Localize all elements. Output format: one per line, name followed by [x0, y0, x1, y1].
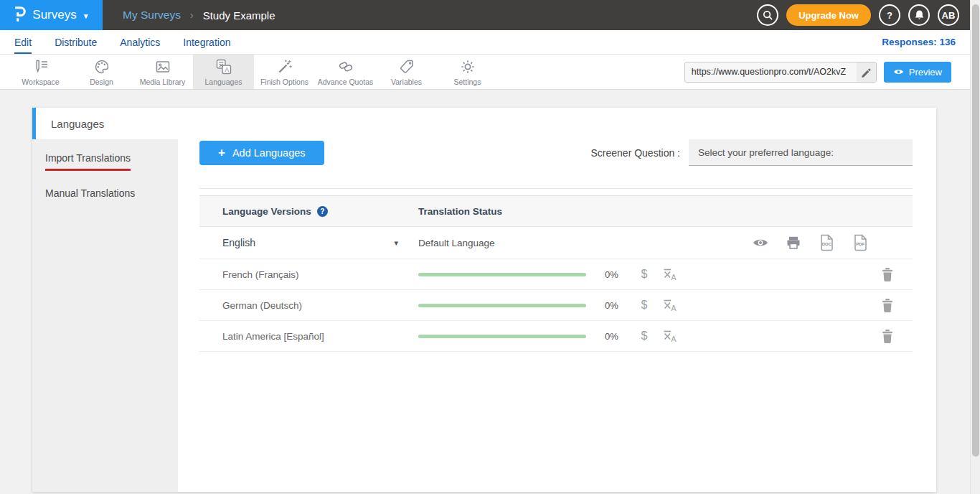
translate-icon: A — [662, 267, 678, 281]
toolbar-item-advance-quotas[interactable]: Advance Quotas — [315, 55, 376, 89]
toolbar-item-workspace[interactable]: Workspace — [10, 55, 71, 89]
product-switcher[interactable]: Surveys ▼ — [0, 0, 103, 30]
variables-icon — [398, 58, 415, 75]
languages-icon: A — [215, 58, 232, 75]
toolbar-item-design[interactable]: Design — [71, 55, 132, 89]
survey-url-box — [684, 62, 877, 83]
preview-button[interactable]: Preview — [884, 62, 951, 83]
toolbar-item-settings[interactable]: Settings — [437, 55, 498, 89]
tab-analytics[interactable]: Analytics — [120, 30, 160, 54]
eye-icon — [893, 68, 904, 75]
sidebar-title: Languages — [32, 108, 178, 139]
trash-icon — [882, 268, 893, 281]
scrollbar-thumb[interactable] — [972, 4, 979, 457]
breadcrumb-my-surveys[interactable]: My Surveys — [123, 9, 181, 22]
help-circle-icon[interactable]: ? — [317, 206, 328, 217]
tab-distribute[interactable]: Distribute — [55, 30, 97, 54]
translation-progress-bar — [418, 335, 586, 338]
toolbar-item-media-library[interactable]: Media Library — [132, 55, 193, 89]
notifications-button[interactable] — [908, 4, 930, 26]
print-button[interactable] — [786, 236, 801, 249]
column-translation-status: Translation Status — [418, 206, 502, 217]
translation-percent: 0% — [605, 300, 626, 311]
trash-icon — [882, 299, 893, 312]
svg-text:A: A — [672, 273, 677, 281]
export-pdf-button[interactable]: PDF — [852, 234, 868, 251]
bell-icon — [914, 9, 925, 21]
eye-icon — [753, 238, 768, 248]
delete-language-button[interactable] — [882, 330, 893, 343]
tab-integration[interactable]: Integration — [183, 30, 230, 54]
preview-eye-button[interactable] — [753, 238, 768, 248]
table-header-row: Language Versions ? Translation Status — [199, 195, 913, 227]
topbar-actions: Upgrade Now ? AB — [757, 4, 970, 26]
search-button[interactable] — [757, 4, 778, 26]
page-scrollbar[interactable] — [970, 0, 980, 494]
screener-question-label: Screener Question : — [590, 147, 680, 159]
translation-progress-bar — [418, 304, 586, 307]
export-doc-button[interactable]: DOC — [819, 234, 834, 251]
toolbar-item-languages[interactable]: A Languages — [193, 55, 254, 89]
language-name: Latin America [Español] — [222, 331, 324, 342]
paid-translation-button[interactable]: $ — [636, 299, 652, 312]
product-name: Surveys — [32, 8, 76, 22]
screen: Surveys ▼ My Surveys › Study Example Upg… — [0, 0, 980, 494]
search-icon — [763, 10, 773, 21]
svg-text:PDF: PDF — [856, 242, 864, 246]
controls-row: + Add Languages Screener Question : Sele… — [199, 139, 913, 166]
doc-file-icon: DOC — [819, 234, 834, 251]
add-languages-button[interactable]: + Add Languages — [199, 141, 324, 165]
printer-icon — [786, 236, 801, 249]
delete-language-button[interactable] — [882, 299, 893, 312]
svg-text:A: A — [225, 66, 229, 73]
tab-edit[interactable]: Edit — [14, 30, 32, 54]
svg-text:DOC: DOC — [822, 242, 832, 246]
edit-url-button[interactable] — [857, 62, 876, 83]
edit-toolbar: Workspace Design Media Library — [0, 55, 970, 90]
default-row-actions: DOC PDF — [753, 234, 868, 251]
media-library-icon — [154, 58, 171, 75]
translation-percent: 0% — [605, 331, 626, 342]
language-versions-table: Language Versions ? Translation Status E… — [199, 188, 913, 352]
workspace-icon — [32, 58, 50, 75]
upgrade-now-button[interactable]: Upgrade Now — [786, 4, 871, 26]
column-language-versions: Language Versions — [222, 206, 311, 217]
sidebar-panel: Import Translations Manual Translations — [32, 139, 178, 492]
toolbar-right: Preview — [684, 55, 970, 89]
table-row-german: German (Deutsch) 0% $ — [199, 290, 913, 321]
plus-icon: + — [218, 146, 225, 160]
auto-translate-button[interactable]: A — [662, 267, 678, 281]
svg-text:A: A — [672, 304, 677, 312]
pdf-file-icon: PDF — [852, 234, 868, 251]
auto-translate-button[interactable]: A — [662, 298, 678, 312]
settings-icon — [459, 58, 476, 75]
delete-language-button[interactable] — [882, 268, 893, 281]
toolbar-item-variables[interactable]: Variables — [376, 55, 437, 89]
table-row-french: French (Français) 0% $ — [199, 259, 913, 290]
help-button[interactable]: ? — [879, 4, 900, 26]
auto-translate-button[interactable]: A — [662, 329, 678, 343]
avatar[interactable]: AB — [938, 4, 959, 26]
languages-sidebar: Languages Import Translations Manual Tra… — [32, 108, 178, 492]
pencil-icon — [861, 67, 872, 78]
paid-translation-button[interactable]: $ — [636, 268, 652, 281]
responses-count[interactable]: Responses: 136 — [882, 37, 956, 47]
language-name: German (Deutsch) — [222, 300, 302, 311]
sidebar-item-import-translations[interactable]: Import Translations — [45, 152, 165, 171]
survey-subnav: Edit Distribute Analytics Integration Re… — [0, 30, 970, 55]
default-language-status: Default Language — [418, 238, 495, 248]
trash-icon — [882, 330, 893, 343]
translate-icon: A — [662, 298, 678, 312]
screener-question-select[interactable]: Select your preferred language: — [689, 139, 913, 166]
paid-translation-button[interactable]: $ — [636, 330, 652, 342]
survey-url-input[interactable] — [685, 67, 857, 77]
toolbar-item-finish-options[interactable]: Finish Options — [254, 55, 315, 89]
languages-card: Languages Import Translations Manual Tra… — [32, 108, 936, 492]
sidebar-item-manual-translations[interactable]: Manual Translations — [45, 187, 165, 199]
languages-main: + Add Languages Screener Question : Sele… — [178, 108, 936, 492]
chevron-down-icon: ▼ — [83, 12, 90, 20]
table-row-latin-america: Latin America [Español] 0% $ — [199, 321, 913, 352]
chevron-down-icon[interactable]: ▾ — [394, 238, 398, 248]
questionpro-logo-icon — [13, 5, 27, 25]
translation-progress-bar — [418, 273, 586, 276]
